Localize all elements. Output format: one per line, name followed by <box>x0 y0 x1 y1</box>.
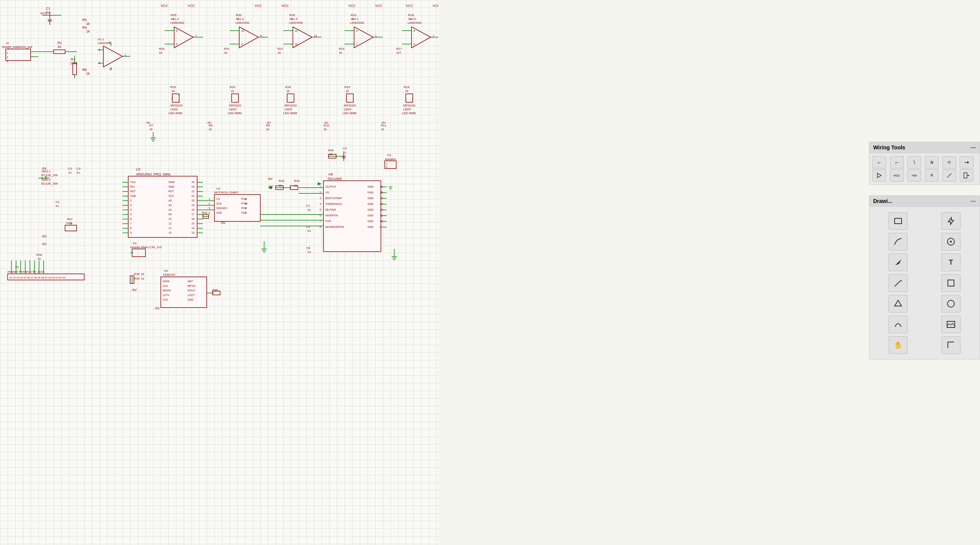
svg-text:MCP4151-104EP: MCP4151-104EP <box>214 191 238 194</box>
svg-rect-471 <box>948 280 954 286</box>
text-tool[interactable]: T <box>941 254 960 271</box>
wiring-tools-minimize[interactable]: — <box>970 144 976 151</box>
svg-text:GND: GND <box>368 208 374 211</box>
svg-rect-462 <box>895 218 902 224</box>
vcc-tool[interactable]: VCC <box>890 169 904 182</box>
junction-tool[interactable]: × <box>925 169 939 182</box>
svg-text:R29: R29 <box>289 13 295 17</box>
svg-text:VCC: VCC <box>40 11 48 15</box>
svg-text:LED5: LED5 <box>403 108 411 111</box>
svg-text:2: 2 <box>209 202 210 205</box>
svg-text:GND: GND <box>368 220 374 223</box>
svg-text:6: 6 <box>413 43 415 46</box>
drawing-tools-minimize[interactable]: — <box>970 198 976 204</box>
svg-text:-5V: -5V <box>41 234 47 238</box>
svg-text:4: 4 <box>109 41 111 44</box>
svg-text:ANT: ANT <box>188 280 193 283</box>
svg-text:9: 9 <box>130 231 132 234</box>
svg-text:R36: R36 <box>36 253 42 257</box>
line-tool[interactable]: \ <box>907 156 921 169</box>
svg-text:1k: 1k <box>266 128 270 131</box>
svg-text:R32: R32 <box>230 85 235 89</box>
svg-text:1k: 1k <box>57 45 61 49</box>
svg-marker-465 <box>900 280 902 282</box>
svg-text:8: 8 <box>260 34 262 37</box>
svg-text:GND: GND <box>368 203 374 205</box>
svg-text:1k: 1k <box>381 128 384 131</box>
rectangle-tool[interactable] <box>889 212 908 230</box>
svg-text:16: 16 <box>191 218 194 220</box>
wire-tool[interactable]: ⌐ <box>872 156 886 169</box>
svg-text:R38: R38 <box>134 272 140 276</box>
schematic-canvas[interactable]: C1 1u VCC J1 Straight_headphone_jack 1 2… <box>0 0 438 545</box>
svg-text:20: 20 <box>191 199 194 202</box>
svg-text:VCC: VCC <box>163 298 168 301</box>
svg-text:R24: R24 <box>339 47 345 51</box>
svg-text:Straight_headphone_jack: Straight_headphone_jack <box>2 46 33 49</box>
net-label-tool[interactable]: N <box>925 156 939 169</box>
svg-text:1k: 1k <box>286 89 290 93</box>
svg-text:19: 19 <box>191 204 194 206</box>
net-flag-tool[interactable] <box>872 169 886 182</box>
bus-tool[interactable]: ⌐ <box>890 156 904 169</box>
svg-text:8: 8 <box>209 211 210 214</box>
no-connect-tool[interactable] <box>960 156 973 169</box>
hand-tool[interactable]: ✋ <box>889 336 908 354</box>
svg-text:1k: 1k <box>236 17 239 21</box>
add-circle-tool[interactable] <box>941 233 960 250</box>
pencil-tool[interactable] <box>889 274 908 292</box>
svg-text:R37: R37 <box>67 218 73 221</box>
svg-text:BOOTSTRAP: BOOTSTRAP <box>325 197 342 200</box>
svg-text:LED-5MM: LED-5MM <box>168 111 182 115</box>
svg-text:LED-5MM: LED-5MM <box>283 111 297 115</box>
svg-text:R11: R11 <box>381 124 387 127</box>
svg-text:IRFD220: IRFD220 <box>403 104 416 107</box>
svg-text:A3: A3 <box>168 199 172 202</box>
circle-tool[interactable] <box>941 295 960 313</box>
svg-text:-5V: -5V <box>267 177 273 181</box>
svg-text:C4: C4 <box>56 200 60 204</box>
svg-marker-456 <box>877 173 881 178</box>
svg-text:5: 5 <box>130 213 132 216</box>
svg-text:1k7: 1k7 <box>396 51 401 54</box>
svg-text:R28: R28 <box>285 85 291 89</box>
svg-text:S1 S2 S3 N4 N5 N6 S7 S8 N9 N8 : S1 S2 S3 N4 N5 N6 S7 S8 N9 N8 N7 N6 N5 N… <box>10 277 66 279</box>
svg-text:LOUT: LOUT <box>188 294 195 296</box>
svg-text:12: 12 <box>295 29 298 32</box>
svg-text:21: 21 <box>191 195 194 197</box>
svg-text:-5V: -5V <box>145 121 150 124</box>
svg-text:GND: GND <box>130 195 136 197</box>
power-port-tool[interactable]: = <box>942 156 956 169</box>
bus-entry-tool[interactable] <box>960 169 973 182</box>
svg-text:J1: J1 <box>6 41 9 45</box>
svg-marker-466 <box>895 300 902 306</box>
svg-text:EC12E_SW: EC12E_SW <box>41 182 58 185</box>
plus5v-tool[interactable]: +5V <box>907 169 921 182</box>
svg-text:SCK: SCK <box>216 202 222 205</box>
svg-text:R39: R39 <box>134 277 140 280</box>
svg-text:P3: P3 <box>133 242 137 245</box>
svg-text:5: 5 <box>320 208 321 211</box>
arrow-tool[interactable] <box>889 254 908 271</box>
svg-text:5: 5 <box>245 198 247 200</box>
svg-text:-5V: -5V <box>438 118 438 121</box>
svg-marker-455 <box>967 161 969 164</box>
svg-text:8: 8 <box>245 211 247 214</box>
svg-text:R1: R1 <box>57 41 62 45</box>
chevron-tool[interactable] <box>889 295 908 313</box>
corner-tool[interactable] <box>941 336 960 354</box>
svg-text:1: 1 <box>7 51 8 54</box>
arc-tool[interactable] <box>889 316 908 333</box>
drawing-tools-header: Drawi... — <box>869 196 980 207</box>
edit-tool[interactable] <box>942 169 956 182</box>
lightning-tool[interactable] <box>941 212 960 230</box>
svg-text:RST: RST <box>168 190 174 193</box>
curve-tool[interactable] <box>889 233 908 250</box>
svg-text:6: 6 <box>130 218 132 220</box>
image-tool[interactable] <box>941 316 960 333</box>
svg-text:VDD: VDD <box>216 211 222 214</box>
svg-text:ARDUINO_PRO_MINI: ARDUINO_PRO_MINI <box>136 172 170 176</box>
svg-line-457 <box>947 173 951 177</box>
square-tool[interactable] <box>941 274 960 292</box>
svg-text:R45: R45 <box>328 149 334 152</box>
